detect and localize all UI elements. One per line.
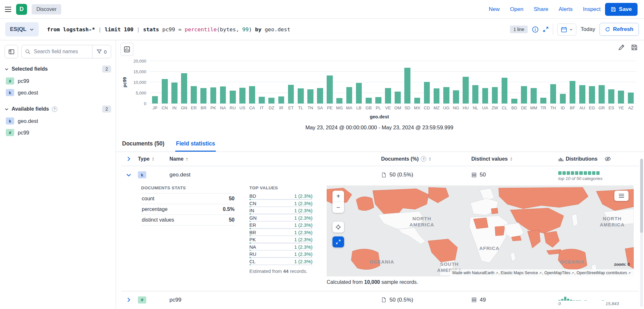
zoom-in-button[interactable]: + xyxy=(332,191,344,202)
bar-BR[interactable] xyxy=(200,88,207,104)
bar-ID[interactable] xyxy=(560,94,566,104)
bar-MZ[interactable] xyxy=(434,88,440,104)
bar-DE[interactable] xyxy=(521,86,527,104)
field-item-pc99[interactable]: #pc99 xyxy=(5,127,111,138)
nav-link-share[interactable]: Share xyxy=(534,6,548,13)
bar-NA[interactable] xyxy=(220,86,226,104)
search-input[interactable] xyxy=(33,48,92,55)
bar-SD[interactable] xyxy=(404,68,410,104)
bar-MG[interactable] xyxy=(336,98,342,104)
bar-EG[interactable] xyxy=(589,86,595,104)
bar-GR[interactable] xyxy=(599,85,605,104)
nav-link-inspect[interactable]: Inspect xyxy=(583,6,601,13)
save-button[interactable]: Save xyxy=(605,3,638,16)
tab-documents[interactable]: Documents (50) xyxy=(121,138,165,152)
bar-MM[interactable] xyxy=(531,88,537,104)
geolocate-button[interactable] xyxy=(332,222,344,233)
bar-IR[interactable] xyxy=(278,96,284,104)
date-picker-button[interactable] xyxy=(557,24,576,35)
bar-LB[interactable] xyxy=(356,83,362,104)
column-header-name[interactable]: Name ↑ xyxy=(169,156,381,162)
bar-ES[interactable] xyxy=(608,89,614,104)
expand-row-button[interactable] xyxy=(126,297,131,303)
bar-PK[interactable] xyxy=(210,87,216,104)
map-attribution-link[interactable]: Elastic Maps Service xyxy=(501,271,538,275)
bar-AZ[interactable] xyxy=(628,93,634,104)
top-value-NA[interactable]: NA1 (2.3%) xyxy=(249,244,312,251)
menu-icon[interactable] xyxy=(5,6,12,13)
bar-TH[interactable] xyxy=(550,84,556,104)
bar-DZ[interactable] xyxy=(268,98,274,104)
bar-ER[interactable] xyxy=(191,86,197,104)
scrollbar-thumb[interactable] xyxy=(640,159,643,233)
hide-distributions-icon[interactable] xyxy=(604,155,611,162)
column-header-documents[interactable]: Documents (%) ? ▲▼ xyxy=(381,156,471,162)
query-input[interactable]: from logstash-* | limit 100 | stats pc99… xyxy=(43,26,506,33)
bar-RU[interactable] xyxy=(230,91,236,104)
bar-UA[interactable] xyxy=(482,88,488,104)
bar-MA[interactable] xyxy=(346,87,352,104)
bar-NG[interactable] xyxy=(453,90,459,104)
bar-HU[interactable] xyxy=(463,77,469,104)
save-visualization-icon[interactable] xyxy=(631,44,638,51)
map-fullscreen-button[interactable] xyxy=(332,236,344,247)
zoom-out-button[interactable]: − xyxy=(332,202,344,213)
map-attribution-link[interactable]: OpenStreetMap contributors xyxy=(577,271,627,275)
top-value-BR[interactable]: BR1 (2.3%) xyxy=(249,230,312,236)
bar-US[interactable] xyxy=(239,88,245,104)
top-value-PK[interactable]: PK1 (2.3%) xyxy=(249,237,312,244)
app-logo[interactable]: D xyxy=(16,4,27,15)
top-value-RU[interactable]: RU1 (2.3%) xyxy=(249,251,312,258)
available-fields-header[interactable]: Available fields ? 2 xyxy=(5,105,111,113)
edit-visualization-icon[interactable] xyxy=(618,44,625,51)
bar-AU[interactable] xyxy=(579,85,585,104)
bar-OM[interactable] xyxy=(395,92,401,104)
bar-PE[interactable] xyxy=(327,75,333,104)
bar-CA[interactable] xyxy=(249,86,255,104)
top-value-BD[interactable]: BD1 (2.3%) xyxy=(249,193,312,200)
bar-SA[interactable] xyxy=(317,88,323,104)
expand-all-button[interactable] xyxy=(126,156,131,162)
top-value-IN[interactable]: IN1 (2.3%) xyxy=(249,208,312,214)
bar-ET[interactable] xyxy=(288,85,294,104)
query-info-icon[interactable] xyxy=(532,26,539,33)
bar-VE[interactable] xyxy=(385,88,391,104)
collapse-sidebar-button[interactable] xyxy=(5,45,18,58)
tab-field-statistics[interactable]: Field statistics xyxy=(175,138,216,152)
bar-CN[interactable] xyxy=(162,79,168,104)
bar-NL[interactable] xyxy=(472,85,478,104)
column-header-type[interactable]: Type ▲▼ xyxy=(136,156,169,162)
bar-YE[interactable] xyxy=(618,91,624,104)
breadcrumb[interactable]: Discover xyxy=(32,4,61,15)
bar-CD[interactable] xyxy=(424,82,430,104)
bar-BF[interactable] xyxy=(570,81,576,104)
map-attribution-link[interactable]: OpenMapTiles xyxy=(544,271,570,275)
field-stats-row-geo-dest[interactable]: k geo.dest 50 (0.5%) 50 top 10 of 50 xyxy=(121,166,639,184)
bar-JP[interactable] xyxy=(152,96,158,104)
bar-CL[interactable] xyxy=(502,78,508,104)
top-value-CL[interactable]: CL1 (2.3%) xyxy=(249,259,312,265)
field-item-pc99[interactable]: #pc99 xyxy=(5,75,111,87)
top-value-ER[interactable]: ER1 (2.3%) xyxy=(249,222,312,229)
bar-IT[interactable] xyxy=(259,97,265,104)
selected-fields-header[interactable]: Selected fields 2 xyxy=(5,65,111,73)
map-legend-button[interactable] xyxy=(614,191,629,201)
chart-options-button[interactable] xyxy=(120,43,133,56)
info-icon[interactable]: ? xyxy=(52,106,57,112)
bar-GN[interactable] xyxy=(181,73,187,104)
expand-editor-icon[interactable] xyxy=(543,26,549,32)
column-header-distinct-values[interactable]: Distinct values ▲▼ xyxy=(471,156,558,162)
help-icon[interactable]: ? xyxy=(421,156,426,162)
map-attribution-link[interactable]: Made with NaturalEarth xyxy=(452,271,495,275)
bar-ZW[interactable] xyxy=(492,87,498,104)
field-item-geo.dest[interactable]: kgeo.dest xyxy=(5,87,111,98)
collapse-row-button[interactable] xyxy=(126,172,131,178)
nav-link-open[interactable]: Open xyxy=(510,6,524,13)
top-value-CN[interactable]: CN1 (2.3%) xyxy=(249,201,312,207)
time-range-value[interactable]: Today xyxy=(581,26,595,33)
bar-MX[interactable] xyxy=(414,98,420,104)
nav-link-alerts[interactable]: Alerts xyxy=(559,6,572,13)
nav-link-new[interactable]: New xyxy=(489,6,500,13)
bar-PL[interactable] xyxy=(375,97,381,104)
world-map[interactable]: NORTH AMERICANORTH AMERICAAFRICAOCEANIAO… xyxy=(327,185,634,276)
